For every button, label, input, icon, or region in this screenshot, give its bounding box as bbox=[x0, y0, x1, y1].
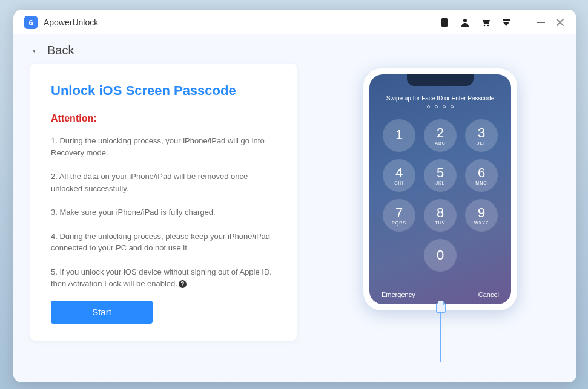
content: Unlock iOS Screen Passcode Attention: 1.… bbox=[30, 64, 560, 362]
minimize-button[interactable] bbox=[537, 22, 545, 23]
app-icon: 6 bbox=[24, 16, 38, 29]
key-6: 6MNO bbox=[465, 159, 498, 192]
note-3: 3. Make sure your iPhone/iPad is fully c… bbox=[51, 206, 276, 218]
key-1: 1 bbox=[383, 119, 415, 152]
note-2: 2. All the data on your iPhone/iPad will… bbox=[51, 171, 276, 194]
svg-point-2 bbox=[463, 19, 467, 22]
key-4: 4GHI bbox=[383, 159, 415, 192]
body-area: ← Back Unlock iOS Screen Passcode Attent… bbox=[13, 34, 576, 382]
lockscreen-bottom: Emergency Cancel bbox=[369, 291, 511, 298]
passcode-dots bbox=[427, 105, 454, 108]
key-2: 2ABC bbox=[424, 119, 457, 152]
note-5: 5. If you unlock your iOS device without… bbox=[51, 266, 276, 290]
key-9: 9WXYZ bbox=[465, 199, 498, 232]
svg-point-3 bbox=[484, 25, 486, 27]
cart-icon[interactable] bbox=[481, 18, 491, 27]
svg-marker-6 bbox=[503, 22, 509, 26]
phone-notch bbox=[407, 74, 474, 86]
phone-illustration: Swipe up for Face ID or Enter Passcode 1… bbox=[363, 64, 517, 310]
device-icon[interactable] bbox=[440, 18, 449, 27]
info-icon[interactable]: ? bbox=[179, 280, 187, 288]
svg-rect-1 bbox=[443, 25, 446, 25]
back-button[interactable]: ← Back bbox=[30, 44, 560, 57]
lockscreen-instruction: Swipe up for Face ID or Enter Passcode bbox=[386, 95, 494, 102]
cancel-label: Cancel bbox=[478, 291, 499, 298]
note-4: 4. During the unlocking process, please … bbox=[51, 230, 276, 254]
attention-heading: Attention: bbox=[51, 113, 276, 124]
app-title: ApowerUnlock bbox=[44, 18, 98, 27]
back-arrow-icon: ← bbox=[30, 44, 42, 57]
keypad: 1 2ABC 3DEF 4GHI 5JKL 6MNO 7PQRS 8TUV 9W… bbox=[383, 119, 498, 272]
key-3: 3DEF bbox=[465, 119, 498, 152]
titlebar: 6 ApowerUnlock bbox=[13, 10, 576, 34]
info-card: Unlock iOS Screen Passcode Attention: 1.… bbox=[30, 64, 297, 341]
app-window: 6 ApowerUnlock ← Back Unlock iOS Screen … bbox=[13, 10, 576, 382]
phone-column: Swipe up for Face ID or Enter Passcode 1… bbox=[321, 64, 560, 362]
key-5: 5JKL bbox=[424, 159, 457, 192]
start-button[interactable]: Start bbox=[51, 301, 153, 324]
svg-rect-5 bbox=[503, 19, 510, 21]
title-left: 6 ApowerUnlock bbox=[24, 16, 98, 29]
key-8: 8TUV bbox=[424, 199, 457, 232]
key-0: 0 bbox=[424, 239, 457, 272]
menu-down-icon[interactable] bbox=[501, 18, 511, 27]
user-icon[interactable] bbox=[460, 18, 470, 27]
key-7: 7PQRS bbox=[383, 199, 415, 232]
title-right bbox=[440, 18, 564, 27]
page-title: Unlock iOS Screen Passcode bbox=[51, 83, 276, 99]
phone-frame: Swipe up for Face ID or Enter Passcode 1… bbox=[363, 68, 517, 310]
emergency-label: Emergency bbox=[382, 291, 415, 298]
phone-screen: Swipe up for Face ID or Enter Passcode 1… bbox=[369, 74, 511, 304]
back-label: Back bbox=[47, 44, 74, 57]
usb-cable-icon bbox=[440, 310, 441, 362]
close-button[interactable] bbox=[556, 18, 564, 27]
svg-point-4 bbox=[487, 25, 489, 27]
note-1: 1. During the unlocking process, your iP… bbox=[51, 135, 276, 159]
